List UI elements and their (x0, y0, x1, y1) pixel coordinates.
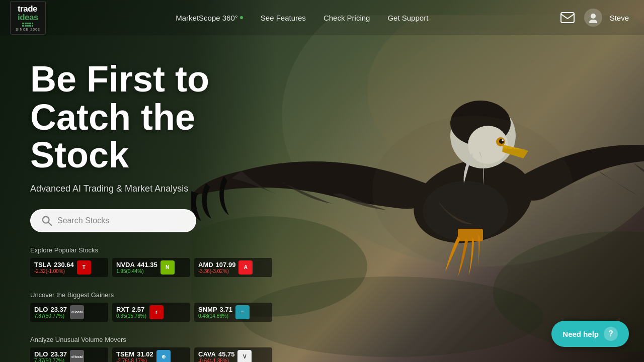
nav-links: MarketScope 360° See Features Check Pric… (176, 14, 428, 22)
need-help-button[interactable]: Need help ? (551, 321, 629, 347)
stock-info-dlo: DLO 23.37 7.87(50.77%) (34, 306, 67, 319)
logo-since: SINCE 2003 (16, 28, 40, 31)
stock-card-dlo[interactable]: DLO 23.37 7.87(50.77%) d·local (30, 303, 108, 322)
stock-card-nvda[interactable]: NVDA 441.35 1.95(0.44%) N (112, 258, 190, 277)
nav-dot-icon (240, 16, 243, 19)
popular-stocks-label: Explore Popular Stocks (30, 246, 272, 254)
mail-icon[interactable] (558, 9, 577, 27)
ticker-amd: AMD (198, 261, 213, 268)
nav-marketscope[interactable]: MarketScope 360° (176, 14, 243, 22)
stock-card-tsem[interactable]: TSEM 31.02 -2.76(-8.17%) ⊕ (112, 347, 190, 362)
nav-get-support[interactable]: Get Support (387, 14, 428, 22)
ticker-tsem: TSEM (116, 350, 134, 358)
hero-title: Be First to Catch the Stock (30, 60, 272, 174)
logo-tsla: T (77, 260, 91, 275)
nav-right: Steve (558, 9, 629, 27)
stock-ticker-price-tsla: TSLA 230.64 (34, 261, 74, 268)
stock-info-snmp: SNMP 3.71 0.48(14.86%) (198, 306, 232, 319)
stock-card-dlo2[interactable]: DLO 23.37 7.87(50.77%) d·local (30, 347, 108, 362)
stock-info-tsem: TSEM 31.02 -2.76(-8.17%) (116, 350, 153, 362)
stock-ticker-price-nvda: NVDA 441.35 (116, 261, 157, 268)
change-dlo: 7.87(50.77%) (34, 313, 67, 319)
hero-subtitle: Advanced AI Trading & Market Analysis (30, 184, 272, 194)
stock-card-amd[interactable]: AMD 107.99 -3.36(-3.02%) A (194, 258, 272, 277)
stock-ticker-price-amd: AMD 107.99 (198, 261, 235, 268)
search-icon (41, 215, 52, 226)
price-dlo2: 23.37 (50, 350, 67, 358)
user-name: Steve (610, 14, 629, 22)
svg-rect-15 (561, 13, 574, 23)
nav-see-features[interactable]: See Features (261, 14, 306, 22)
stock-info-tsla: TSLA 230.64 -2.32(-1.00%) (34, 261, 74, 274)
nav-check-pricing[interactable]: Check Pricing (324, 14, 370, 22)
price-tsla: 230.64 (54, 261, 74, 268)
stock-info-cava: CAVA 45.75 -0.64(-1.38%) (198, 350, 234, 362)
logo-text: tradeideas (18, 5, 38, 22)
change-tsla: -2.32(-1.00%) (34, 268, 74, 274)
logo-amd: A (238, 260, 253, 275)
stock-card-cava[interactable]: CAVA 45.75 -0.64(-1.38%) V (194, 347, 272, 362)
user-avatar[interactable] (584, 9, 602, 27)
hero-title-line2: Catch the (30, 97, 195, 137)
volume-stocks-row: DLO 23.37 7.87(50.77%) d·local TSEM 31.0… (30, 347, 272, 362)
change-rxt: 0.35(15.76%) (116, 313, 146, 319)
popular-stocks-section: Explore Popular Stocks TSLA 230.64 -2.32… (30, 246, 272, 277)
logo[interactable]: tradeideas SINCE 2003 (10, 1, 46, 35)
stock-ticker-price-dlo: DLO 23.37 (34, 306, 67, 313)
logo-box: tradeideas SINCE 2003 (10, 1, 46, 35)
svg-point-17 (589, 20, 597, 23)
ticker-cava: CAVA (198, 350, 216, 358)
change-cava: -0.64(-1.38%) (198, 358, 234, 362)
nav-check-pricing-label: Check Pricing (324, 14, 370, 22)
nav-see-features-label: See Features (261, 14, 306, 22)
search-box[interactable]: Search Stocks (30, 209, 196, 232)
logo-dlo: d·local (70, 305, 84, 319)
stock-card-rxt[interactable]: RXT 2.57 0.35(15.76%) r (112, 303, 190, 322)
change-amd: -3.36(-3.02%) (198, 268, 235, 274)
logo-cava: V (237, 350, 252, 362)
hero-title-line1: Be First to (30, 59, 209, 99)
ticker-dlo: DLO (34, 306, 48, 313)
volume-stocks-section: Analyze Unusual Volume Movers DLO 23.37 … (30, 336, 272, 362)
change-dlo2: 7.87(50.77%) (34, 358, 67, 362)
stock-ticker-price-dlo2: DLO 23.37 (34, 350, 67, 358)
stock-ticker-price-cava: CAVA 45.75 (198, 350, 234, 358)
need-help-label: Need help (562, 330, 599, 338)
nav-get-support-label: Get Support (387, 14, 428, 22)
stock-info-rxt: RXT 2.57 0.35(15.76%) (116, 306, 146, 319)
stock-info-amd: AMD 107.99 -3.36(-3.02%) (198, 261, 235, 274)
help-question-mark: ? (608, 329, 613, 338)
navbar: tradeideas SINCE 2003 MarketScope 360° S… (0, 0, 644, 35)
logo-rxt: r (149, 305, 164, 319)
logo-dlo2: d·local (70, 350, 84, 362)
stock-ticker-price-tsem: TSEM 31.02 (116, 350, 153, 358)
price-snmp: 3.71 (220, 306, 232, 313)
stock-ticker-price-snmp: SNMP 3.71 (198, 306, 232, 313)
stock-ticker-price-rxt: RXT 2.57 (116, 306, 146, 313)
logo-nvda: N (160, 260, 175, 275)
logo-snmp: ≡ (235, 305, 250, 319)
price-nvda: 441.35 (137, 261, 157, 268)
ticker-nvda: NVDA (116, 261, 135, 268)
popular-stocks-row: TSLA 230.64 -2.32(-1.00%) T NVDA 441.35 … (30, 258, 272, 277)
price-dlo: 23.37 (50, 306, 67, 313)
nav-marketscope-label: MarketScope 360° (176, 14, 238, 22)
stock-card-snmp[interactable]: SNMP 3.71 0.48(14.86%) ≡ (194, 303, 272, 322)
hero-title-line3: Stock (30, 135, 129, 175)
help-circle-icon: ? (604, 327, 618, 341)
ticker-tsla: TSLA (34, 261, 51, 268)
ticker-dlo2: DLO (34, 350, 48, 358)
price-cava: 45.75 (218, 350, 235, 358)
logo-grid-icon (22, 23, 33, 27)
price-rxt: 2.57 (132, 306, 144, 313)
gainers-stocks-label: Uncover the Biggest Gainers (30, 291, 272, 299)
volume-stocks-label: Analyze Unusual Volume Movers (30, 336, 272, 343)
stock-info-dlo2: DLO 23.37 7.87(50.77%) (34, 350, 67, 362)
svg-line-19 (48, 222, 51, 225)
price-tsem: 31.02 (137, 350, 153, 358)
search-placeholder: Search Stocks (57, 216, 109, 225)
ticker-snmp: SNMP (198, 306, 217, 313)
price-amd: 107.99 (216, 261, 236, 268)
ticker-rxt: RXT (116, 306, 129, 313)
stock-card-tsla[interactable]: TSLA 230.64 -2.32(-1.00%) T (30, 258, 108, 277)
